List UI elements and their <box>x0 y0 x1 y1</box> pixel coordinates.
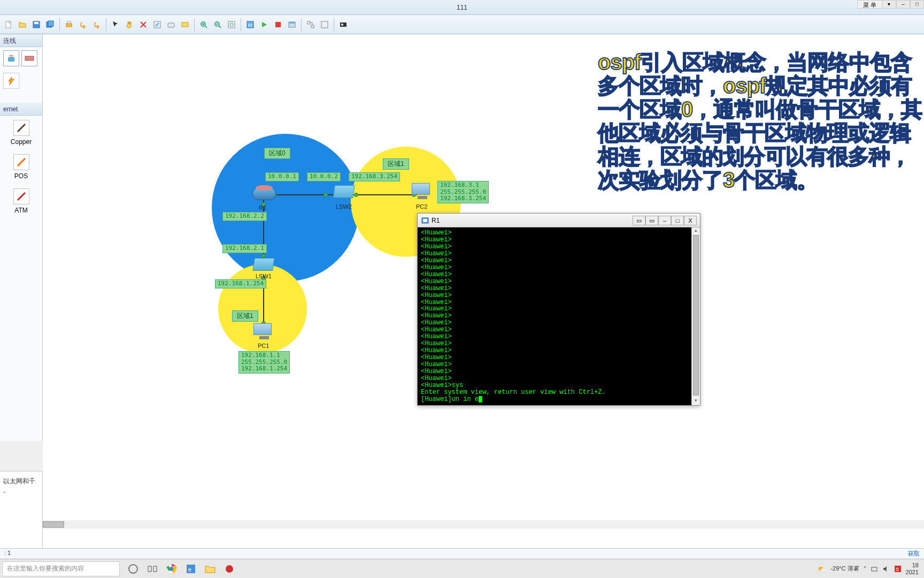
svg-rect-9 <box>182 22 188 27</box>
explorer-icon[interactable] <box>204 563 216 575</box>
palette-pos-label: POS <box>14 172 28 180</box>
palette-pos[interactable]: POS <box>0 150 42 184</box>
window-minimize[interactable]: – <box>896 0 910 9</box>
tray-date: 2021 <box>906 569 919 575</box>
svg-rect-33 <box>153 566 157 572</box>
terminal-maximize[interactable]: □ <box>671 216 684 225</box>
zoomout-icon[interactable] <box>211 18 224 31</box>
endpoint-icon <box>354 193 358 197</box>
terminal-titlebar[interactable]: R1 ▭ ▭ – □ X <box>418 214 700 227</box>
ensp-icon[interactable]: e <box>185 563 197 575</box>
status-right[interactable]: 获取 <box>908 550 920 558</box>
ip-lsw1-n: 192.168.2.1 <box>222 244 267 253</box>
svg-point-31 <box>129 565 137 573</box>
taskbar-search[interactable]: 在这里输入你要搜索的内容 <box>2 561 120 576</box>
saveall-icon[interactable] <box>44 18 57 31</box>
play-icon[interactable] <box>258 18 271 31</box>
redo-icon[interactable] <box>90 18 103 31</box>
palette-copper[interactable]: Copper <box>0 116 42 150</box>
panel-icon[interactable] <box>318 18 331 31</box>
open-icon[interactable] <box>16 18 29 31</box>
system-tray[interactable]: -29°C 薄雾 ˄ S 18 2021 <box>818 562 924 575</box>
window-icon[interactable] <box>286 18 298 31</box>
terminal-scrollbar[interactable]: ▴ ▾ <box>691 227 700 405</box>
svg-point-23 <box>341 24 343 26</box>
svg-rect-18 <box>289 22 295 24</box>
svg-rect-41 <box>872 567 877 571</box>
cortana-icon[interactable] <box>127 563 139 575</box>
device-r1[interactable] <box>252 187 276 203</box>
device-pc1[interactable] <box>253 323 275 343</box>
save-icon[interactable] <box>30 18 43 31</box>
device-lsw1[interactable] <box>253 258 274 274</box>
palette-device-ap[interactable] <box>3 50 19 66</box>
volume-icon[interactable] <box>882 565 890 573</box>
palette-section-ethernet: ernet <box>0 103 42 116</box>
group-icon[interactable] <box>304 18 317 31</box>
canvas-hscroll[interactable] <box>43 520 924 529</box>
delete-icon[interactable] <box>137 18 150 31</box>
edit-icon[interactable] <box>151 18 164 31</box>
svg-rect-4 <box>48 21 53 26</box>
terminal-window[interactable]: R1 ▭ ▭ – □ X <Huawei> <Huawei> <Huawei> … <box>417 213 700 406</box>
area-0-label: 区域0 <box>264 148 290 159</box>
device-lsw1-label: LSW1 <box>256 273 272 279</box>
svg-rect-2 <box>34 22 38 24</box>
fit-icon[interactable] <box>225 18 238 31</box>
svg-rect-0 <box>6 21 11 28</box>
dropdown-icon[interactable]: ▾ <box>882 0 896 9</box>
zoomin-icon[interactable] <box>197 18 210 31</box>
hscroll-thumb[interactable] <box>43 521 64 528</box>
svg-rect-8 <box>168 23 174 27</box>
hand-icon[interactable] <box>123 18 136 31</box>
scrollbar-thumb[interactable] <box>693 235 699 396</box>
terminal-minimize[interactable]: – <box>658 216 671 225</box>
print-icon[interactable] <box>63 18 75 31</box>
palette-atm[interactable]: ATM <box>0 184 42 218</box>
device-lsw2[interactable] <box>334 185 354 201</box>
menu-button[interactable]: 菜 单 <box>857 0 882 9</box>
status-bar: : 1 获取 <box>0 548 924 559</box>
network-icon[interactable] <box>871 565 878 573</box>
terminal-tab2-icon[interactable]: ▭ <box>645 216 658 225</box>
area-1-right-label: 区域1 <box>383 158 409 170</box>
terminal-output[interactable]: <Huawei> <Huawei> <Huawei> <Huawei> <Hua… <box>418 227 691 405</box>
window-maximize[interactable]: □ <box>910 0 924 9</box>
undo-icon[interactable] <box>76 18 89 31</box>
pointer-icon[interactable] <box>109 18 122 31</box>
palette-flash-icon[interactable] <box>3 73 19 89</box>
ip-r1-e0: 10.0.0.1 <box>265 172 299 181</box>
annotation-text: ospf引入区域概念，当网络中包含多个区域时，ospf规定其中必须有一个区域0，… <box>598 50 924 192</box>
terminal-close[interactable]: X <box>684 216 697 225</box>
rect-icon[interactable] <box>179 18 191 31</box>
device-r1-label: R1 <box>259 204 266 211</box>
svg-rect-24 <box>8 57 14 62</box>
endpoint-icon <box>324 193 328 197</box>
tray-chevron-up-icon[interactable]: ˄ <box>864 566 866 572</box>
ime-icon[interactable]: S <box>894 565 902 573</box>
svg-text:M: M <box>248 22 252 28</box>
palette-device-switch[interactable] <box>21 50 37 66</box>
device-pc2[interactable] <box>412 183 433 202</box>
record-icon[interactable] <box>224 563 235 575</box>
svg-point-13 <box>230 23 233 26</box>
terminal-tab1-icon[interactable]: ▭ <box>633 216 645 225</box>
layout-icon[interactable]: M <box>244 18 257 31</box>
tray-weather: -29°C 薄雾 <box>830 565 859 573</box>
ip-r1-s: 192.168.2.2 <box>222 212 267 221</box>
note-icon[interactable] <box>165 18 178 31</box>
taskview-icon[interactable] <box>147 563 158 575</box>
stop-icon[interactable] <box>272 18 284 31</box>
chrome-icon[interactable] <box>166 563 178 575</box>
ip-lsw2-e: 192.168.3.254 <box>349 172 400 181</box>
svg-rect-30 <box>423 219 427 222</box>
weather-icon <box>818 565 826 573</box>
topology-canvas[interactable]: 区域0 区域1 区域1 R1 LSW2 LSW1 PC2 PC1 10.0.0.… <box>43 34 924 559</box>
windows-taskbar: 在这里输入你要搜索的内容 e -29°C 薄雾 ˄ S 18 2021 <box>0 559 924 578</box>
device-pc1-label: PC1 <box>258 343 269 349</box>
main-toolbar: M <box>0 15 924 34</box>
svg-point-38 <box>226 565 233 573</box>
export-icon[interactable] <box>337 18 350 31</box>
new-icon[interactable] <box>2 18 15 31</box>
window-controls: 菜 单 ▾ – □ <box>857 0 924 9</box>
